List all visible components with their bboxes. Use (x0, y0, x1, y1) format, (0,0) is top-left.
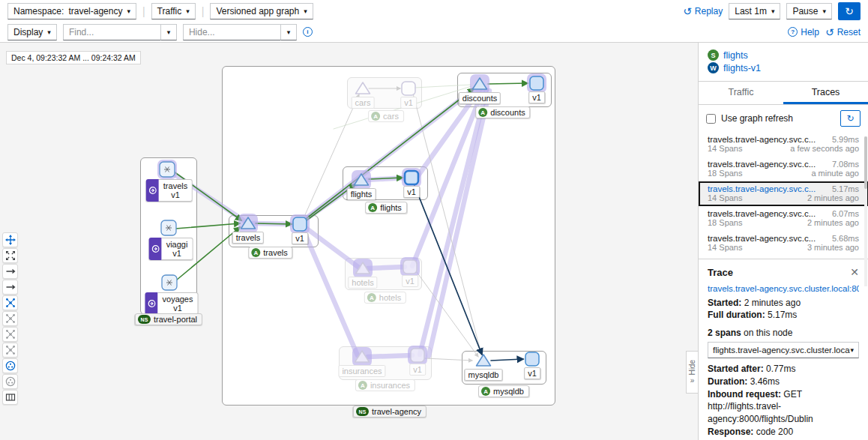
graph-refresh-row: Use graph refresh ↻ (699, 105, 868, 132)
hotels-v1-label: v1 (402, 275, 418, 287)
namespace-chip-travel-portal[interactable]: NStravel-portal (135, 313, 202, 325)
hide-dropdown-toggle[interactable]: ▾ (280, 24, 297, 40)
trace-list: travels.travel-agency.svc.c...5.99ms14 S… (699, 132, 868, 256)
graph-side-toolbar (2, 232, 18, 405)
trace-list-item[interactable]: travels.travel-agency.svc.c...7.08ms18 S… (699, 157, 868, 181)
tab-traffic[interactable]: Traffic (699, 82, 783, 104)
insurances-v1-label: v1 (409, 364, 426, 376)
trace-list-item[interactable]: travels.travel-agency.svc.c...6.07ms18 S… (699, 206, 868, 231)
trace-duration: 5.68ms (832, 234, 859, 243)
namespace-layout-button[interactable] (2, 374, 18, 389)
discounts-service-label[interactable]: discounts (459, 92, 501, 104)
close-icon[interactable]: ✕ (850, 265, 859, 280)
trace-section-title: Trace (708, 266, 733, 280)
trace-duration: 7.08ms (832, 160, 859, 169)
pause-select[interactable]: Pause ▾ (786, 3, 832, 19)
chevron-down-icon: ▾ (771, 7, 775, 15)
interval-value: Last 1m (735, 6, 767, 16)
summary-panel: S flights W flights-v1 Traffic Traces Us… (698, 43, 868, 440)
trace-list-scrollbar[interactable] (864, 136, 867, 286)
namespace-layout-active-button[interactable] (2, 358, 18, 373)
legend-button[interactable] (2, 390, 18, 405)
reset-icon: ↺ (825, 27, 834, 37)
namespace-chip-label: travel-portal (154, 315, 197, 324)
use-graph-refresh-checkbox[interactable] (706, 114, 716, 124)
trace-name: travels.travel-agency.svc.c... (708, 135, 816, 144)
app-chip-label: flights (380, 203, 402, 212)
hide-control: ▾ (183, 24, 297, 40)
workload-link[interactable]: flights-v1 (723, 63, 761, 73)
layout-graph-2-button[interactable] (2, 311, 18, 326)
help-button[interactable]: ? Help (788, 27, 819, 37)
cars-v1-label: v1 (400, 97, 417, 109)
workload-label-text: viaggiv1 (162, 238, 193, 260)
trace-name: travels.travel-agency.svc.c... (708, 160, 816, 169)
find-dropdown-toggle[interactable]: ▾ (160, 24, 177, 40)
workload-badge: W (708, 62, 719, 73)
portal-travels-label[interactable]: travelsv1 (146, 179, 193, 202)
trace-list-item[interactable]: travels.travel-agency.svc.c...5.68ms14 S… (699, 231, 868, 256)
mysqldb-v1-label[interactable]: v1 (524, 367, 540, 379)
trace-list-item[interactable]: travels.travel-agency.svc.c...5.99ms14 S… (699, 132, 868, 157)
refresh-button[interactable]: ↻ (838, 2, 861, 20)
find-input[interactable] (63, 24, 160, 40)
trace-span-count: 14 Spans (708, 144, 742, 153)
find-control: ▾ (63, 24, 177, 40)
trace-span-count: 18 Spans (708, 169, 742, 178)
trace-link[interactable]: travels.travel-agency.svc.cluster.local:… (708, 283, 859, 295)
graph-type-select[interactable]: Versioned app graph ▾ (210, 3, 313, 19)
trace-list-item[interactable]: travels.travel-agency.svc.c...5.17ms14 S… (699, 181, 868, 206)
traffic-source-badge (146, 179, 159, 202)
service-link[interactable]: flights (723, 50, 748, 61)
panel-tabs: Traffic Traces (699, 82, 868, 105)
layout-graph-3-button[interactable] (2, 327, 18, 342)
hide-panel-tab[interactable]: Hide » (686, 351, 699, 394)
trace-span-count: 14 Spans (708, 193, 742, 202)
travels-v1-label[interactable]: v1 (292, 232, 308, 244)
trace-span-count: 14 Spans (708, 243, 742, 252)
span-select[interactable]: flights.travel-agency.svc.cluster.local:… (708, 342, 859, 358)
layout-arrow-2-button[interactable] (2, 280, 18, 295)
graph-canvas[interactable]: Dec 4, 09:23:32 AM ... 09:24:32 AM trave… (0, 43, 698, 440)
tab-traces[interactable]: Traces (783, 82, 868, 104)
app-chip-discounts[interactable]: Adiscounts (475, 106, 530, 118)
trace-age: 2 minutes ago (807, 193, 859, 202)
hide-input[interactable] (183, 24, 280, 40)
traces-refresh-button[interactable]: ↻ (840, 110, 861, 127)
flights-service-label[interactable]: flights (347, 188, 376, 200)
traffic-select[interactable]: Traffic ▾ (151, 3, 196, 19)
portal-viaggi-label[interactable]: viaggiv1 (149, 238, 193, 260)
discounts-v1-label[interactable]: v1 (528, 91, 545, 103)
trace-name: travels.travel-agency.svc.c... (708, 184, 816, 193)
namespace-badge: NS (356, 407, 369, 416)
layout-graph-4-button[interactable] (2, 343, 18, 358)
layout-graph-active-button[interactable] (2, 295, 18, 310)
flights-v1-label[interactable]: v1 (403, 186, 420, 198)
app-chip-label: insurances (370, 381, 410, 390)
interval-select[interactable]: Last 1m ▾ (729, 3, 780, 19)
app-chip-mysqldb[interactable]: Amysqldb (478, 385, 529, 397)
replay-button[interactable]: ↺ Replay (683, 6, 723, 16)
info-icon[interactable]: i (303, 27, 313, 37)
pan-tool-button[interactable] (2, 232, 18, 247)
layout-arrow-1-button[interactable] (2, 264, 18, 279)
trace-duration: 5.99ms (832, 135, 859, 144)
app-chip-label: hotels (379, 293, 401, 302)
trace-age: a minute ago (811, 169, 859, 178)
pause-value: Pause (792, 6, 818, 16)
reset-button[interactable]: ↺ Reset (825, 27, 861, 37)
chevron-down-icon: ▾ (47, 28, 51, 36)
portal-voyages-label[interactable]: voyagesv1 (145, 292, 199, 315)
display-select[interactable]: Display ▾ (7, 24, 57, 40)
namespace-select[interactable]: Namespace: travel-agency ▾ (7, 3, 136, 19)
app-chip-travels[interactable]: Atravels (248, 247, 292, 259)
namespace-chip-travel-agency[interactable]: NStravel-agency (353, 406, 427, 418)
app-chip-flights[interactable]: Aflights (365, 202, 407, 214)
app-chip-label: travels (263, 248, 287, 257)
secondary-toolbar: Display ▾ ▾ ▾ i ? Help ↺ Reset (0, 22, 868, 43)
trace-duration: 6.07ms (832, 209, 859, 218)
travels-service-label[interactable]: travels (232, 232, 264, 244)
question-icon: ? (788, 27, 798, 37)
zoom-to-fit-button[interactable] (2, 248, 18, 263)
mysqldb-service-label[interactable]: mysqldb (465, 369, 503, 381)
